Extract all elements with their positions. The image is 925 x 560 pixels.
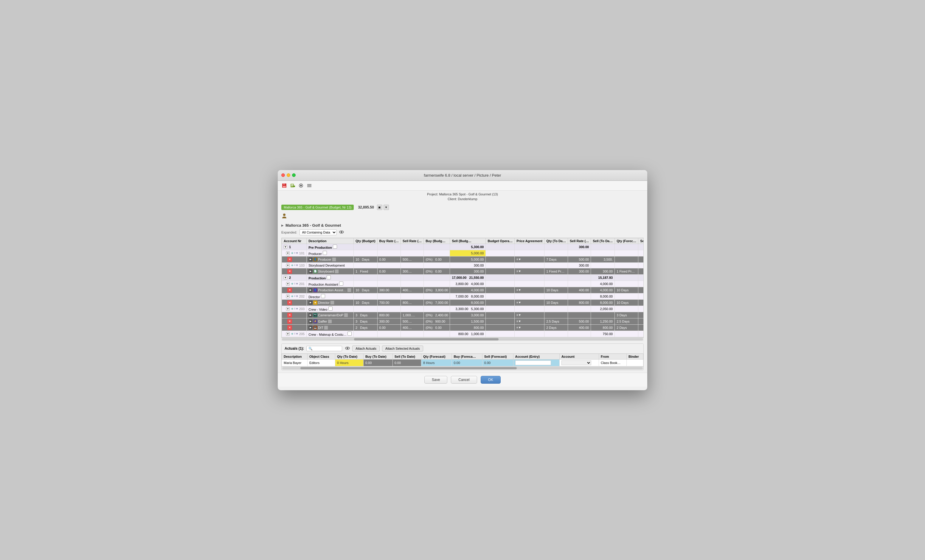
eq-btn[interactable]: =▼ [294, 295, 298, 298]
acol-sell-toda: Sell (To Date) [392, 354, 421, 359]
col-sell-bud: Sell (Budg… [450, 238, 486, 244]
table-row: ▼ + =▼ 205 Crew - Makeup & Costu… 800.00… [282, 331, 644, 337]
play-icon[interactable]: ▶ [309, 313, 313, 317]
scrollbar-track-actuals [282, 367, 643, 369]
table-row: ▼ + =▼ 103 Storyboard Development 300.00 [282, 262, 644, 268]
actuals-search-input[interactable] [306, 346, 342, 351]
ok-button[interactable]: OK [481, 376, 501, 384]
acol-binder: Binder [627, 354, 643, 359]
resize-handle[interactable]: ⌟ [278, 385, 280, 389]
h-scrollbar[interactable] [281, 337, 644, 341]
add-row-btn[interactable]: + [291, 263, 293, 268]
row-expand-btn[interactable]: ▼ [286, 295, 290, 298]
acol-class: Object Class [307, 354, 335, 359]
acol-buy-forec: Buy (Foreca… [452, 354, 482, 359]
save-button[interactable]: Save [424, 376, 447, 384]
acol-desc: Description [282, 354, 307, 359]
save-icon[interactable] [281, 182, 287, 188]
row-expand-btn[interactable]: ▼ [284, 245, 287, 249]
person-icon [281, 213, 287, 219]
col-desc: Description [307, 238, 354, 244]
row-expand-btn[interactable]: ▼ [286, 307, 290, 311]
delete-btn[interactable]: ✕ [287, 288, 292, 292]
svg-rect-7 [293, 185, 295, 187]
actuals-table: Description Object Class Qty (To Date) B… [282, 354, 643, 366]
acol-from: From [599, 354, 627, 359]
budget-bar: Mallorca 365 - Golf & Gourmet (Budget, N… [278, 203, 647, 212]
actuals-scrollbar[interactable] [282, 366, 643, 370]
table-row: ▼ + =▼ 201 Production Assistant 3,800.00… [282, 281, 644, 287]
attach-actuals-button[interactable]: Attach Actuals [352, 346, 380, 351]
minimize-button[interactable] [287, 173, 290, 177]
budget-tag: Mallorca 365 - Golf & Gourmet (Budget, N… [281, 205, 354, 210]
play-icon[interactable]: ▶ [309, 269, 313, 274]
budget-ctrl-1[interactable]: ▣ [377, 205, 382, 210]
svg-rect-11 [307, 185, 312, 186]
maximize-button[interactable] [292, 173, 295, 177]
add-row-btn[interactable]: + [291, 294, 293, 298]
play-icon[interactable]: ▶ [309, 257, 313, 262]
actual-sell-toda: 0.00 [392, 359, 421, 366]
delete-btn[interactable]: ✕ [287, 319, 292, 324]
view-icon[interactable] [298, 182, 304, 188]
export-icon[interactable] [290, 182, 295, 188]
actuals-eye-icon[interactable] [345, 346, 350, 351]
dit-icon: 💻 [313, 325, 317, 330]
play-icon[interactable]: ▶ [309, 319, 313, 324]
eq-btn[interactable]: =▼ [294, 263, 298, 267]
close-button[interactable] [281, 173, 285, 177]
project-info: Project: Mallorca 365 Spot - Golf & Gour… [278, 191, 647, 203]
row-expand-btn[interactable]: ▼ [284, 276, 287, 279]
delete-btn[interactable]: ✕ [287, 300, 292, 305]
col-qty-forec: Qty (Forec… [615, 238, 638, 244]
table-row: ✕ ▶ ★ Director 10 Days 70 [282, 300, 644, 306]
table-row: ✕ ▶ 📄 Storyboard 1 Fixed [282, 268, 644, 274]
delete-btn[interactable]: ✕ [287, 269, 292, 274]
account-select[interactable] [562, 360, 591, 365]
cancel-button[interactable]: Cancel [451, 376, 477, 384]
actuals-row: Maria Bayer Editors 0 Hours 0.00 0.00 8 … [282, 359, 643, 366]
actuals-section: Actuals (1): Attach Actuals Attach Selec… [281, 343, 644, 370]
scrollbar-thumb [354, 338, 499, 340]
row-expand-btn[interactable]: ▼ [286, 263, 290, 267]
eq-btn[interactable]: =▼ [294, 332, 298, 336]
eq-btn[interactable]: =▼ [294, 282, 298, 285]
svg-rect-12 [307, 187, 312, 187]
budget-ctrl-2[interactable]: ▼ [384, 205, 389, 210]
actual-sell-forec: 0.00 [482, 359, 513, 366]
row-expand-btn[interactable]: ▼ [286, 332, 290, 336]
budget-table-container[interactable]: Account Nr Description Qty (Budget) Buy … [281, 238, 644, 337]
add-row-btn[interactable]: + [291, 251, 293, 255]
row-expand-btn[interactable]: ▼ [286, 282, 290, 286]
project-name: Project: Mallorca 365 Spot - Golf & Gour… [279, 192, 646, 197]
acol-account-entry: Account (Entry) [513, 354, 559, 359]
col-buy-rate: Buy Rate (… [377, 238, 401, 244]
section-expand-icon[interactable]: ▶ [281, 224, 284, 227]
eye-icon[interactable] [339, 230, 344, 235]
col-account: Account Nr [282, 238, 307, 244]
eq-btn[interactable]: =▼ [294, 307, 298, 310]
attach-selected-actuals-button[interactable]: Attach Selected Actuals [382, 346, 423, 351]
actuals-header: Actuals (1): Attach Actuals Attach Selec… [282, 344, 643, 354]
list-icon[interactable] [306, 182, 312, 188]
section-title: Mallorca 365 - Golf & Gourmet [285, 223, 341, 227]
delete-btn[interactable]: ✕ [287, 313, 292, 318]
row-expand-btn[interactable]: ▼ [286, 251, 290, 255]
filter-select[interactable]: All Containing Data [300, 229, 337, 235]
camera-icon: 📷 [313, 313, 317, 317]
delete-btn[interactable]: ✕ [287, 257, 292, 262]
actuals-title: Actuals (1): [285, 346, 304, 351]
play-icon[interactable]: ▶ [309, 325, 313, 330]
eq-btn[interactable]: =▼ [294, 251, 298, 255]
add-row-btn[interactable]: + [291, 332, 293, 336]
account-entry-input[interactable] [515, 360, 551, 365]
col-qty-toda: Qty (To Da… [544, 238, 568, 244]
play-icon[interactable]: ▶ [309, 288, 313, 292]
window-title: farmerswife 6.8 / local server / Picture… [424, 173, 501, 178]
play-icon[interactable]: ▶ [309, 301, 313, 305]
actuals-table-container[interactable]: Description Object Class Qty (To Date) B… [282, 354, 643, 366]
table-row: ▼ + =▼ 202 Director 7,000.00 8,000.00 [282, 293, 644, 300]
delete-btn[interactable]: ✕ [287, 325, 292, 330]
add-row-btn[interactable]: + [291, 307, 293, 311]
add-row-btn[interactable]: + [291, 282, 293, 286]
